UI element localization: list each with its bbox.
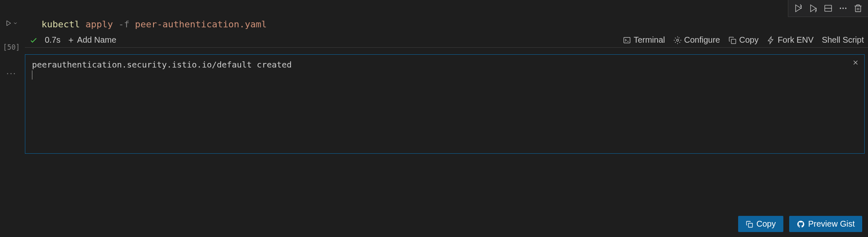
copy-output-label: Copy xyxy=(756,219,776,229)
command-subcommand: apply xyxy=(85,19,113,29)
shell-script-label: Shell Script xyxy=(822,35,864,45)
svg-rect-9 xyxy=(731,39,736,44)
more-icon[interactable] xyxy=(837,2,849,14)
configure-button[interactable]: Configure xyxy=(673,35,720,45)
fork-env-label: Fork ENV xyxy=(778,35,814,45)
command-input[interactable]: kubectl apply -f peer-authentication.yam… xyxy=(25,16,868,33)
status-left: 0.7s Add Name xyxy=(29,35,116,45)
success-check-icon xyxy=(29,36,38,45)
delete-icon[interactable] xyxy=(852,2,864,14)
bottom-actions: Copy Preview Gist xyxy=(738,216,862,232)
copy-button[interactable]: Copy xyxy=(728,35,758,45)
svg-point-8 xyxy=(676,39,678,41)
svg-rect-7 xyxy=(624,37,630,43)
terminal-button[interactable]: Terminal xyxy=(623,35,665,45)
run-cell-button[interactable] xyxy=(5,20,18,27)
cell-container: kubectl apply -f peer-authentication.yam… xyxy=(25,16,868,154)
run-above-icon[interactable] xyxy=(792,2,804,14)
left-gutter: [50] ··· xyxy=(0,17,23,79)
fork-env-button[interactable]: Fork ENV xyxy=(767,35,814,45)
svg-point-3 xyxy=(842,7,844,9)
output-text: peerauthentication.security.istio.io/def… xyxy=(32,60,858,70)
add-name-label: Add Name xyxy=(77,35,117,45)
status-right: Terminal Configure Copy Fork ENV Shell S… xyxy=(623,35,864,45)
close-output-icon[interactable] xyxy=(852,59,859,66)
svg-rect-12 xyxy=(749,223,753,227)
text-cursor xyxy=(32,70,32,80)
copy-label: Copy xyxy=(739,35,758,45)
status-bar: 0.7s Add Name Terminal Configure Copy Fo… xyxy=(25,33,868,48)
output-panel[interactable]: peerauthentication.security.istio.io/def… xyxy=(25,54,865,154)
split-cell-icon[interactable] xyxy=(822,2,834,14)
copy-output-button[interactable]: Copy xyxy=(738,216,783,232)
shell-script-button[interactable]: Shell Script xyxy=(822,35,864,45)
terminal-label: Terminal xyxy=(634,35,665,45)
svg-point-2 xyxy=(840,7,841,9)
cell-index: [50] xyxy=(3,43,20,51)
command-arg: peer-authentication.yaml xyxy=(135,19,267,29)
output-more-icon[interactable]: ··· xyxy=(6,68,16,79)
command-flag: -f xyxy=(118,19,129,29)
configure-label: Configure xyxy=(684,35,720,45)
cell-toolbar xyxy=(788,0,868,17)
preview-gist-label: Preview Gist xyxy=(808,219,855,229)
add-name-button[interactable]: Add Name xyxy=(67,35,117,45)
preview-gist-button[interactable]: Preview Gist xyxy=(789,216,862,232)
svg-point-4 xyxy=(845,7,846,9)
command-base: kubectl xyxy=(41,19,80,29)
duration-label: 0.7s xyxy=(45,35,61,45)
run-below-icon[interactable] xyxy=(807,2,819,14)
